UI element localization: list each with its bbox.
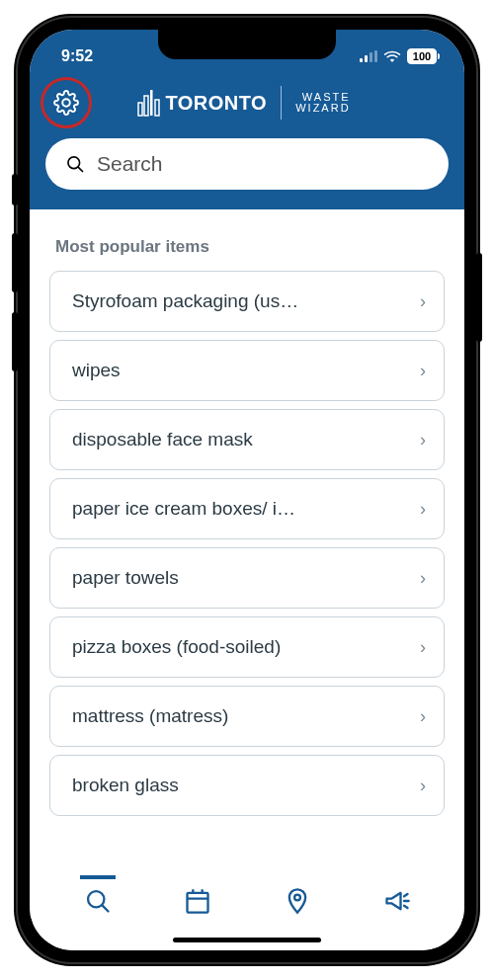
chevron-right-icon: ›: [420, 776, 426, 796]
settings-button[interactable]: [49, 86, 83, 120]
side-button: [12, 312, 18, 371]
gear-icon: [53, 90, 79, 116]
svg-line-20: [404, 894, 408, 896]
chevron-right-icon: ›: [420, 361, 426, 381]
wifi-icon: [383, 49, 401, 63]
cellular-signal-icon: [360, 50, 377, 62]
list-item[interactable]: broken glass ›: [49, 755, 445, 816]
toronto-skyline-icon: [137, 89, 161, 117]
svg-rect-3: [155, 100, 159, 116]
search-icon: [84, 887, 112, 915]
home-indicator[interactable]: [173, 938, 321, 942]
main-content[interactable]: Most popular items Styrofoam packaging (…: [30, 209, 464, 873]
list-item[interactable]: paper ice cream boxes/ i… ›: [49, 478, 445, 539]
svg-rect-2: [150, 90, 153, 116]
search-icon: [65, 154, 85, 174]
side-button: [476, 253, 482, 342]
svg-rect-0: [138, 103, 142, 116]
brand-app-line2: WIZARD: [295, 103, 350, 114]
screen: 9:52 100: [30, 30, 464, 950]
svg-line-22: [404, 906, 408, 908]
calendar-icon: [184, 887, 211, 915]
search-bar[interactable]: [45, 138, 449, 190]
nav-tab-locations[interactable]: [247, 887, 347, 915]
battery-indicator: 100: [407, 48, 437, 64]
battery-level: 100: [413, 50, 431, 62]
side-button: [12, 174, 18, 205]
svg-rect-1: [144, 96, 148, 116]
side-button: [12, 233, 18, 292]
list-item[interactable]: Styrofoam packaging (us… ›: [49, 271, 445, 332]
nav-tab-search[interactable]: [47, 887, 147, 915]
notch: [158, 30, 336, 59]
list-item[interactable]: wipes ›: [49, 340, 445, 401]
svg-point-19: [294, 895, 300, 901]
nav-tab-announcements[interactable]: [347, 887, 447, 915]
svg-line-14: [102, 906, 108, 912]
device-frame: 9:52 100: [0, 0, 494, 980]
section-title: Most popular items: [49, 237, 445, 257]
list-item-label: broken glass: [72, 775, 420, 796]
list-item-label: mattress (matress): [72, 705, 420, 727]
list-item-label: Styrofoam packaging (us…: [72, 290, 420, 312]
list-item-label: pizza boxes (food-soiled): [72, 636, 420, 658]
chevron-right-icon: ›: [420, 568, 426, 589]
chevron-right-icon: ›: [420, 430, 426, 450]
brand-city-label: Toronto: [165, 92, 267, 115]
svg-rect-15: [187, 893, 207, 913]
list-item[interactable]: paper towels ›: [49, 547, 445, 609]
list-item-label: paper towels: [72, 567, 420, 589]
popular-items-list: Styrofoam packaging (us… › wipes › dispo…: [49, 271, 445, 816]
list-item[interactable]: disposable face mask ›: [49, 409, 445, 470]
app-logo: Toronto WASTE WIZARD: [137, 86, 356, 120]
status-indicators: 100: [360, 42, 437, 64]
svg-line-12: [78, 167, 82, 171]
list-item-label: paper ice cream boxes/ i…: [72, 498, 420, 520]
logo-divider: [281, 86, 282, 120]
list-item[interactable]: mattress (matress) ›: [49, 686, 445, 747]
chevron-right-icon: ›: [420, 706, 426, 727]
chevron-right-icon: ›: [420, 637, 426, 658]
status-time: 9:52: [61, 41, 93, 65]
app-header: Toronto WASTE WIZARD: [30, 77, 464, 209]
location-pin-icon: [284, 887, 311, 915]
list-item[interactable]: pizza boxes (food-soiled) ›: [49, 616, 445, 678]
search-input[interactable]: [97, 152, 429, 176]
list-item-label: wipes: [72, 360, 420, 381]
megaphone-icon: [383, 887, 411, 915]
list-item-label: disposable face mask: [72, 429, 420, 450]
chevron-right-icon: ›: [420, 499, 426, 520]
phone-frame: 9:52 100: [16, 16, 478, 964]
chevron-right-icon: ›: [420, 291, 426, 312]
nav-tab-schedule[interactable]: [147, 887, 247, 915]
